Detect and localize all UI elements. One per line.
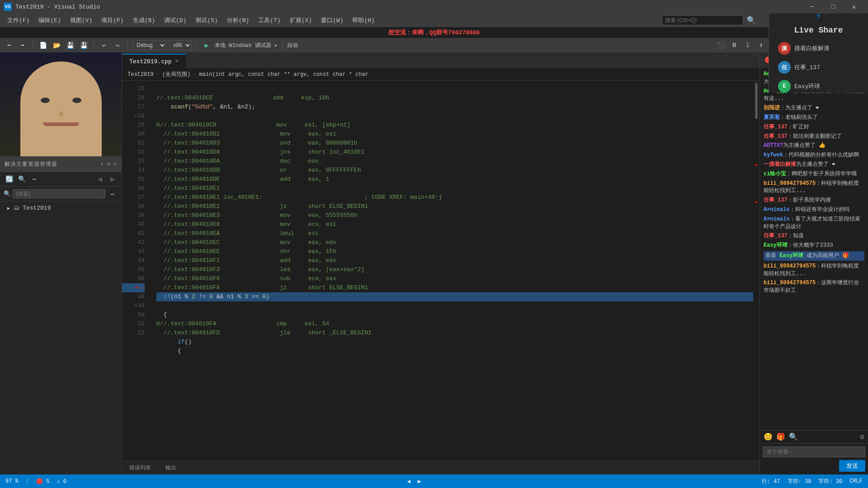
undo-btn[interactable]: ↩: [99, 40, 109, 51]
menu-window[interactable]: 窗口(W): [317, 14, 347, 26]
start-btn[interactable]: ▶: [201, 40, 212, 51]
chat-msg-10: ci绘小宝：网吧那个影子系统得学学哦: [764, 170, 864, 178]
menu-view[interactable]: 视图(V): [66, 14, 96, 26]
chat-msg-18: bili_98942794575：科锐学到晚程度能轻松找到工...: [764, 263, 864, 278]
chat-msg-13: A×nimals：科锐还有毕业设计的吗: [764, 206, 864, 214]
send-button[interactable]: 发送: [839, 460, 865, 472]
menu-tools[interactable]: 工具(T): [255, 14, 284, 26]
menu-test[interactable]: 测试(S): [192, 14, 221, 26]
platform-select[interactable]: x86 x64: [169, 40, 192, 50]
editor-area: Test2019.cpp × Test2019 › (全局范围) › main(…: [122, 52, 760, 474]
breakpoint-btn[interactable]: ⬛: [715, 40, 726, 51]
status-warnings[interactable]: ⚠ 0: [57, 478, 66, 485]
sidebar-title: 解决方案资源管理器: [5, 160, 57, 168]
step-in-btn[interactable]: ⬇: [756, 40, 767, 51]
status-line: 行: 47: [762, 478, 780, 485]
pause-btn[interactable]: ⏸: [729, 40, 740, 51]
step-over-btn[interactable]: ⤵: [742, 40, 753, 51]
username-3: Easy环球: [794, 82, 820, 90]
tab-close-btn[interactable]: ×: [175, 58, 179, 65]
bottom-tab-output[interactable]: 输出: [158, 461, 184, 475]
open-btn[interactable]: 📂: [51, 40, 62, 51]
menu-help[interactable]: 帮助(H): [349, 14, 378, 26]
new-btn[interactable]: 📄: [38, 40, 48, 51]
toolbar: ⬅ ➡ 📄 📂 💾 💾 ↩ ↪ Debug Release x86 x64 ▶ …: [0, 38, 868, 52]
tab-test2019-cpp[interactable]: Test2019.cpp ×: [122, 54, 186, 68]
chat-search-icon[interactable]: 🔍: [789, 432, 798, 441]
breadcrumb: Test2019 › (全局范围) › main(int argc, const…: [122, 68, 760, 81]
menu-file[interactable]: 文件(F): [4, 14, 33, 26]
chat-msg-12: 任事_137：影子系统学内搜: [764, 197, 864, 204]
close-button[interactable]: ✕: [844, 0, 864, 14]
tree-arrow-root: ▶: [7, 206, 10, 211]
sidebar-close-icon[interactable]: ✕: [113, 161, 117, 168]
back-btn[interactable]: ⬅: [4, 40, 14, 51]
live-share-title: ⚡: [816, 10, 821, 22]
status-nav-fwd[interactable]: ▶: [418, 478, 421, 485]
error-indicator-1: [755, 164, 758, 165]
ln-50: 50: [122, 310, 145, 319]
menu-build[interactable]: 生成(B): [129, 14, 159, 26]
status-errors[interactable]: 🔴 5: [36, 478, 49, 485]
redo-btn[interactable]: ↪: [112, 40, 123, 51]
ln-40: 40: [122, 220, 145, 229]
code-content[interactable]: //.text:004010CE add esp, 10h scanf("%d%…: [149, 81, 753, 461]
save-btn[interactable]: 💾: [65, 40, 75, 51]
breadcrumb-sep2: ›: [193, 71, 196, 78]
search-icon-sidebar: 🔍: [4, 190, 11, 197]
title-bar-left: VS Test2019 - Visual Studio: [4, 3, 100, 11]
editor-tabs: Test2019.cpp ×: [122, 52, 760, 68]
sidebar-search-input[interactable]: [13, 189, 105, 198]
bottom-tab-errors[interactable]: 错误列表: [122, 461, 158, 475]
editor-scrollbar[interactable]: [753, 81, 760, 461]
chat-input[interactable]: [763, 446, 865, 457]
menu-debug[interactable]: 调试(D): [160, 14, 190, 26]
chat-msg-17: 恭喜 Easy环球 成为高能用户 🎁: [764, 251, 864, 261]
chat-msg-8: kyfwek：代码视频的分析有什么优缺啊: [764, 151, 864, 159]
status-nav-back[interactable]: ◀: [407, 478, 410, 485]
chat-msg-7: ADTTX7为主播点赞了 👍: [764, 142, 864, 150]
scroll-thumb[interactable]: [755, 83, 758, 119]
sidebar-more-btn[interactable]: ⋯: [29, 174, 40, 185]
chat-input-area: 发送: [760, 443, 868, 474]
sidebar-sync-btn[interactable]: 🔄: [4, 174, 14, 185]
search-input[interactable]: [662, 15, 743, 25]
ln-38: 38: [122, 202, 145, 211]
ln-25: 25: [122, 84, 145, 94]
ln-30: 30: [122, 130, 145, 139]
announcement-text: 想交流：来啊，QQ群号760278680: [388, 28, 480, 37]
sidebar-expand-btn[interactable]: ▷: [107, 174, 118, 185]
ln-37: 37: [122, 193, 145, 202]
menu-extensions[interactable]: 扩展(X): [286, 14, 316, 26]
ln-29: 29: [122, 121, 145, 130]
ln-46: 46: [122, 274, 145, 283]
sidebar-filter-btn[interactable]: 🔍: [16, 174, 27, 185]
maximize-button[interactable]: □: [823, 0, 844, 14]
menu-project[interactable]: 项目(P): [98, 14, 127, 26]
menu-analyze[interactable]: 分析(N): [223, 14, 253, 26]
avatar-1: 摸: [778, 42, 791, 55]
chat-settings-icon[interactable]: ⚙: [860, 432, 864, 441]
chat-msg-16: Easy环球：你大概学了2333: [764, 242, 864, 249]
sidebar-settings-icon[interactable]: ⚙: [107, 161, 111, 168]
sidebar-collapse-icon[interactable]: ⬇: [100, 161, 104, 168]
bottom-tabs: 错误列表 输出: [122, 461, 760, 474]
save-all-btn[interactable]: 💾: [78, 40, 89, 51]
chat-area: Hehe觉得：为什么找学到一半就觉得感觉大大 Hehe觉得：有时候玩玩手机一下，…: [760, 68, 868, 430]
breadcrumb-symbol: main(int argc, const char ** argv, const…: [199, 71, 368, 78]
search-icon[interactable]: 🔍: [747, 16, 756, 25]
video-feed: [0, 52, 122, 156]
editor-container: 25 26 27 ⊟28 29 30 31 32 33 34 35 36 37 …: [122, 81, 760, 461]
menu-edit[interactable]: 编辑(E): [35, 14, 64, 26]
tree-item-root[interactable]: ▶ 🗂 Test2019: [0, 203, 122, 213]
username-2: 任事_137: [794, 63, 820, 71]
status-encoding: CRLF: [849, 478, 863, 484]
chat-gift-icon[interactable]: 🎁: [776, 432, 785, 441]
forward-btn[interactable]: ➡: [17, 40, 28, 51]
debug-config-select[interactable]: Debug Release: [132, 40, 166, 50]
sidebar-nav-btn[interactable]: ◁: [94, 174, 105, 185]
status-bar: 97 % | 🔴 5 ⚠ 0 ◀ ▶ 行: 47 字符: 30 字符: 30 C…: [0, 474, 868, 488]
chat-emoji-icon[interactable]: 😊: [764, 432, 773, 441]
sidebar-search-options-btn[interactable]: ⋯: [107, 188, 118, 199]
status-char: 字符: 30: [788, 478, 811, 485]
